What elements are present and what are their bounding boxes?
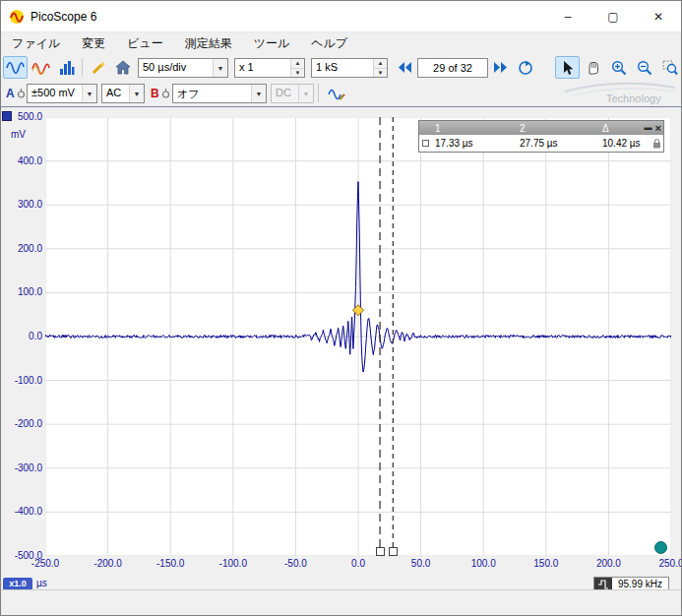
spectrum-view-icon — [59, 60, 75, 75]
ruler-legend[interactable]: 1 2 Δ ▬ × 17.33 µs 27.75 µs 10.42 µs — [418, 120, 664, 153]
scope-view: mV 500.0400.0300.0200.0100.00.0-100.0-20… — [1, 106, 682, 589]
chevron-down-icon: ▼ — [82, 85, 96, 102]
channel-b-range-select[interactable]: オフ ▼ — [172, 84, 267, 103]
ruler-legend-col-2: 2 — [517, 123, 599, 134]
chevron-down-icon: ▼ — [298, 85, 313, 102]
x-tick-label: -50.0 — [266, 558, 325, 569]
x-tick-label: 0.0 — [329, 558, 388, 569]
menu-views[interactable]: ビュー — [116, 32, 174, 55]
zoom-out-tool-button[interactable] — [632, 56, 656, 79]
ruler-1-value: 17.33 µs — [432, 138, 517, 149]
pointer-cursor-icon — [560, 60, 575, 76]
spin-up-icon: ▲ — [374, 59, 387, 69]
ruler-legend-minimize-icon[interactable]: ▬ — [645, 124, 652, 132]
x-tick-label: -150.0 — [141, 558, 200, 569]
buffer-next-button[interactable] — [490, 56, 512, 79]
spin-down-icon: ▼ — [374, 69, 387, 78]
ruler-legend-values-row: 17.33 µs 27.75 µs 10.42 µs — [419, 135, 663, 152]
menu-help[interactable]: ヘルプ — [300, 32, 358, 55]
close-button[interactable]: ✕ — [636, 1, 681, 31]
time-ruler-handle-1[interactable] — [376, 547, 385, 556]
channel-b-coupling-value: DC — [272, 85, 298, 102]
buffer-position-value: 29 of 32 — [433, 62, 472, 74]
menu-measurements[interactable]: 測定結果 — [174, 32, 243, 55]
channel-a-label: A — [6, 87, 26, 100]
time-ruler-handle-2[interactable] — [389, 547, 398, 556]
pointer-tool-button[interactable] — [555, 56, 580, 79]
samples-spin-buttons[interactable]: ▲▼ — [373, 59, 387, 77]
channels-toolbar: A ±500 mV ▼ AC ▼ B オフ ▼ DC ▼ — [1, 81, 681, 106]
green-indicator-dot — [654, 541, 667, 554]
x-tick-label: 200.0 — [579, 558, 638, 569]
scope-view-button[interactable] — [3, 56, 28, 79]
pan-tool-button[interactable] — [581, 56, 605, 79]
y-tick-label: 500.0 — [1, 111, 42, 122]
menu-tools[interactable]: ツール — [243, 32, 301, 55]
capture-toolbar: 50 µs/div ▼ x 1 ▲▼ 1 kS ▲▼ 29 of 32 — [1, 55, 681, 81]
marquee-zoom-icon — [662, 60, 678, 76]
ruler-delta-value: 10.42 µs — [599, 138, 643, 149]
timebase-value: 50 µs/div — [139, 59, 213, 77]
zoom-out-icon — [637, 60, 652, 76]
channel-a-coupling-value: AC — [102, 85, 129, 102]
timebase-select[interactable]: 50 µs/div ▼ — [138, 58, 228, 78]
pico-logo-watermark: Technology — [563, 82, 677, 109]
menu-edit[interactable]: 変更 — [71, 32, 116, 55]
y-tick-label: -400.0 — [1, 506, 42, 517]
y-tick-label: -200.0 — [1, 418, 42, 429]
ruler-legend-close-icon[interactable]: × — [655, 123, 661, 133]
y-tick-label: 0.0 — [1, 331, 42, 341]
x-tick-label: 100.0 — [454, 558, 513, 569]
channel-a-range-select[interactable]: ±500 mV ▼ — [27, 84, 97, 103]
home-button[interactable] — [110, 56, 135, 79]
signal-generator-icon — [328, 88, 345, 101]
watermark-text: Technology — [606, 92, 661, 104]
picoscope-window: PicoScope 6 – ▢ ✕ ファイル 変更 ビュー 測定結果 ツール ヘ… — [0, 0, 682, 616]
y-axis-unit: mV — [11, 129, 26, 140]
samples-value: 1 kS — [312, 59, 373, 77]
zoom-factor-spin-buttons[interactable]: ▲▼ — [290, 59, 304, 77]
y-tick-label: -300.0 — [1, 462, 42, 473]
window-controls: – ▢ ✕ — [545, 1, 681, 32]
zoom-in-tool-button[interactable] — [606, 56, 631, 79]
scope-view-icon — [6, 60, 25, 75]
minimize-button[interactable]: – — [545, 1, 590, 31]
channel-a-coupling-select[interactable]: AC ▼ — [101, 84, 145, 103]
x-tick-label: -100.0 — [204, 558, 263, 569]
buffer-navigator-button[interactable] — [514, 56, 537, 79]
home-icon — [115, 60, 131, 75]
marquee-zoom-tool-button[interactable] — [657, 56, 682, 79]
lock-icon[interactable] — [652, 138, 661, 149]
app-icon — [9, 9, 25, 25]
spectrum-view-button[interactable] — [54, 56, 79, 79]
x-axis-unit: µs — [36, 578, 47, 588]
toolbar-separator — [318, 84, 319, 102]
channel-b-coupling-select: DC ▼ — [271, 84, 314, 103]
samples-stepper[interactable]: 1 kS ▲▼ — [311, 58, 388, 78]
buffer-position-box[interactable]: 29 of 32 — [417, 58, 488, 78]
ruler-legend-col-delta: Δ — [599, 123, 643, 134]
titlebar: PicoScope 6 – ▢ ✕ — [1, 1, 681, 32]
persistence-view-button[interactable] — [29, 56, 53, 79]
setup-wizard-button[interactable] — [86, 56, 110, 79]
spin-up-icon: ▲ — [291, 59, 304, 69]
y-tick-label: -100.0 — [1, 375, 42, 386]
setup-wizard-icon — [91, 60, 106, 76]
x-tick-label: 250.0 — [642, 558, 682, 569]
chevron-down-icon: ▼ — [129, 85, 144, 102]
maximize-button[interactable]: ▢ — [590, 1, 636, 31]
zoom-factor-stepper[interactable]: x 1 ▲▼ — [234, 58, 305, 78]
y-tick-label: 200.0 — [1, 243, 42, 254]
channel-b-range-value: オフ — [173, 85, 251, 102]
channel-a-range-value: ±500 mV — [28, 85, 82, 102]
ruler-legend-col-1: 1 — [432, 123, 517, 134]
chevron-down-icon: ▼ — [213, 59, 227, 77]
zoom-in-icon — [611, 60, 627, 76]
circular-arrow-icon — [518, 60, 533, 76]
zoom-factor-value: x 1 — [235, 59, 290, 77]
waveform-plot — [45, 117, 671, 556]
signal-generator-button[interactable] — [324, 83, 349, 105]
y-tick-label: 300.0 — [1, 199, 42, 210]
menu-file[interactable]: ファイル — [1, 32, 71, 55]
buffer-previous-button[interactable] — [394, 56, 415, 79]
